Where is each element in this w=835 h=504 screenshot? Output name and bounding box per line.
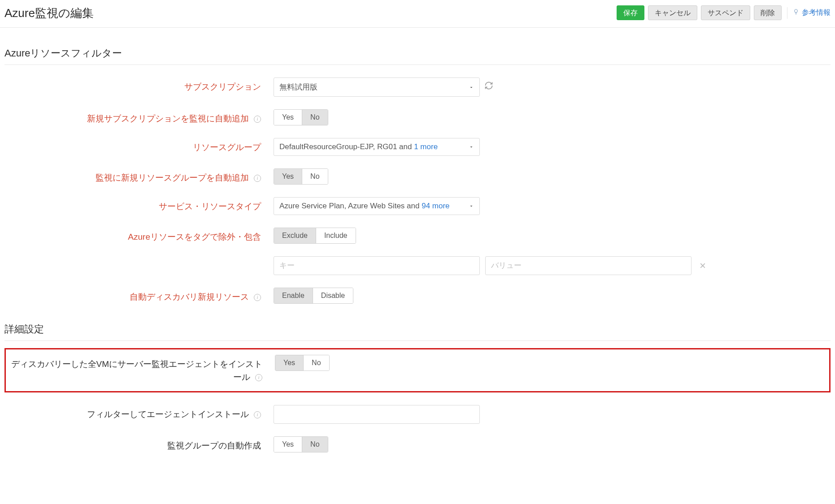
tag-filter-label: Azureリソースをタグで除外・包含 — [4, 228, 274, 243]
auto-group-yes[interactable]: Yes — [274, 437, 302, 452]
section-advanced-heading: 詳細設定 — [4, 323, 831, 341]
install-agent-yes[interactable]: Yes — [275, 355, 303, 370]
tag-filter-toggle: Exclude Include — [274, 228, 356, 244]
suspend-button[interactable]: サスペンド — [701, 5, 750, 20]
filter-install-input[interactable] — [274, 405, 480, 424]
auto-discover-disable[interactable]: Disable — [313, 288, 353, 303]
section-filter: Azureリソースフィルター サブスクリプション 無料試用版 新規サブスクリプシ… — [4, 47, 831, 304]
chevron-down-icon — [469, 203, 474, 209]
service-type-value: Azure Service Plan, Azure Web Sites and … — [279, 202, 450, 210]
install-agent-label: ディスカバリーした全VMにサーバー監視エージェントをインストール — [6, 355, 275, 384]
subscription-value: 無料試用版 — [279, 83, 317, 91]
auto-add-sub-label: 新規サブスクリプションを監視に自動追加 — [4, 109, 274, 125]
tag-kv-spacer — [4, 256, 274, 259]
top-divider — [787, 7, 787, 19]
top-actions: 保存 キャンセル サスペンド 削除 参考情報 — [617, 5, 831, 20]
auto-discover-toggle: Enable Disable — [274, 288, 353, 304]
subscription-dropdown[interactable]: 無料試用版 — [274, 78, 480, 97]
service-type-more-link: 94 more — [422, 202, 449, 210]
auto-add-rg-toggle: Yes No — [274, 168, 328, 185]
delete-button[interactable]: 削除 — [754, 5, 782, 20]
chevron-down-icon — [469, 144, 474, 150]
help-link[interactable]: 参考情報 — [793, 8, 831, 17]
auto-group-label: 監視グループの自動作成 — [4, 436, 274, 452]
save-button[interactable]: 保存 — [617, 5, 644, 20]
tag-clear-icon[interactable]: × — [697, 260, 709, 271]
info-icon[interactable] — [254, 116, 261, 123]
info-icon[interactable] — [254, 294, 261, 301]
info-icon[interactable] — [254, 411, 261, 418]
resource-group-value: DefaultResourceGroup-EJP, RG01 and 1 mor… — [279, 142, 438, 151]
install-agent-no[interactable]: No — [303, 355, 329, 370]
info-icon[interactable] — [255, 374, 262, 381]
refresh-icon[interactable] — [484, 78, 493, 90]
section-filter-heading: Azureリソースフィルター — [4, 47, 831, 65]
auto-add-sub-yes[interactable]: Yes — [274, 110, 302, 125]
auto-add-sub-toggle: Yes No — [274, 109, 328, 125]
auto-discover-label: 自動ディスカバリ新規リソース — [4, 288, 274, 303]
install-agent-row-highlight: ディスカバリーした全VMにサーバー監視エージェントをインストール Yes No — [4, 348, 831, 392]
top-bar: Azure監視の編集 保存 キャンセル サスペンド 削除 参考情報 — [0, 0, 835, 28]
info-icon[interactable] — [254, 175, 261, 182]
auto-add-rg-label: 監視に新規リソースグループを自動追加 — [4, 168, 274, 184]
tag-filter-exclude[interactable]: Exclude — [274, 228, 316, 243]
service-type-dropdown[interactable]: Azure Service Plan, Azure Web Sites and … — [274, 197, 480, 215]
auto-discover-enable[interactable]: Enable — [274, 288, 313, 303]
auto-group-no[interactable]: No — [302, 437, 327, 452]
chevron-down-icon — [469, 85, 474, 90]
service-type-label: サービス・リソースタイプ — [4, 197, 274, 213]
auto-add-rg-yes[interactable]: Yes — [274, 169, 302, 184]
resource-group-label: リソースグループ — [4, 138, 274, 154]
lightbulb-icon — [793, 9, 799, 17]
resource-group-dropdown[interactable]: DefaultResourceGroup-EJP, RG01 and 1 mor… — [274, 138, 480, 156]
tag-filter-include[interactable]: Include — [316, 228, 356, 243]
help-link-label: 参考情報 — [802, 8, 831, 17]
subscription-label: サブスクリプション — [4, 78, 274, 93]
auto-add-rg-no[interactable]: No — [302, 169, 327, 184]
resource-group-more-link: 1 more — [414, 142, 438, 151]
auto-add-sub-no[interactable]: No — [302, 110, 327, 125]
page-title: Azure監視の編集 — [4, 5, 94, 21]
install-agent-toggle: Yes No — [275, 355, 330, 371]
auto-group-toggle: Yes No — [274, 436, 328, 452]
cancel-button[interactable]: キャンセル — [648, 5, 697, 20]
tag-value-input[interactable] — [485, 256, 691, 275]
tag-key-input[interactable] — [274, 256, 480, 275]
section-advanced: 詳細設定 ディスカバリーした全VMにサーバー監視エージェントをインストール Ye… — [4, 323, 831, 452]
filter-install-label: フィルターしてエージェントインストール — [4, 405, 274, 421]
